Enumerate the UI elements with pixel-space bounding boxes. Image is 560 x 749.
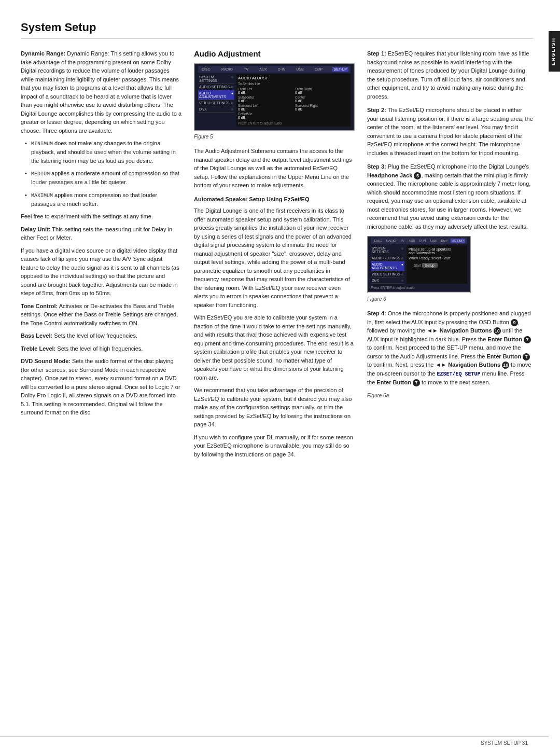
enter-button-icon3: 7 xyxy=(413,379,420,386)
page-number: SYSTEM SETUP 31 xyxy=(481,740,528,746)
menu-tabs-fig6: DISC RADIO TV AUX D-IN USB DMP SET-UP xyxy=(371,238,467,244)
nav-buttons-icon1: 10 xyxy=(494,327,501,335)
tab-din: D-IN xyxy=(276,67,287,72)
step1-label: Step 1: xyxy=(367,50,386,57)
page-title: System Setup xyxy=(21,21,533,39)
nav-buttons-label1: ◄► Navigation Buttons xyxy=(427,327,492,334)
dynamic-range-para: Dynamic Range: Dynamic Range: This setti… xyxy=(21,49,181,135)
dynamic-range-text: Dynamic Range: This setting allows you t… xyxy=(21,50,181,134)
nav-buttons-label2: ◄► Navigation Buttons xyxy=(435,362,500,368)
nav-buttons-icon2: 10 xyxy=(502,362,509,369)
option-medium: MEDIUM applies a moderate amount of comp… xyxy=(25,169,181,187)
field-front-left: Front Left0 dB xyxy=(238,87,292,94)
minimum-label: MINIMUM xyxy=(31,141,53,147)
f6-item-audio: AUDIO SETTINGS○ xyxy=(371,255,404,261)
tab-tv: TV xyxy=(242,67,250,72)
treble-level-para: Treble Level: Sets the level of high fre… xyxy=(21,344,181,353)
figure6a-caption: Figure 6a xyxy=(367,392,533,399)
auto-speaker-body: The Digital Lounge is one of the first r… xyxy=(194,206,355,309)
dynamic-range-label: Dynamic Range: xyxy=(21,50,65,57)
maximum-label: MAXIMUM xyxy=(31,193,53,199)
audio-adjustment-heading: Audio Adjustment xyxy=(194,49,355,58)
step1-para: Step 1: EzSet/EQ requires that your list… xyxy=(367,49,533,101)
fig6-start-button[interactable]: Setup xyxy=(422,263,438,268)
field-surround-right: Surround Right0 dB xyxy=(295,104,349,111)
menu-right-fig5: AUDIO ADJUST To Set this title Front Lef… xyxy=(236,74,351,127)
menu-screenshot-fig6: DISC RADIO TV AUX D-IN USB DMP SET-UP xyxy=(368,236,470,292)
option-minimum: MINIMUM does not make any changes to the… xyxy=(25,139,181,165)
menu-body-fig5: SYSTEM SETTINGS○ AUDIO SETTINGS○ AUDIO A… xyxy=(198,74,351,127)
menu-left-fig5: SYSTEM SETTINGS○ AUDIO SETTINGS○ AUDIO A… xyxy=(198,74,234,127)
osd-button-icon: 9 xyxy=(511,319,518,326)
menu-right-fig6: Please set up all speakersand Subwoofers… xyxy=(407,245,467,284)
field-subwoofer: Subwoofer0 dB xyxy=(238,95,292,103)
menu-right-fields: Front Left0 dB Subwoofer0 dB Surround Le… xyxy=(238,87,349,119)
tab-radio: RADIO xyxy=(220,67,234,72)
av-sync-para: If you have a digital video source or a … xyxy=(21,246,181,298)
feel-free-para: Feel free to experiment with the setting… xyxy=(21,212,181,221)
f6-tab-dmp: DMP xyxy=(440,239,450,243)
medium-label: MEDIUM xyxy=(31,171,50,177)
options-list: MINIMUM does not make any changes to the… xyxy=(25,139,181,208)
step2-label: Step 2: xyxy=(367,107,386,113)
right-column: Step 1: EzSet/EQ requires that your list… xyxy=(367,49,533,463)
menu-item-system: SYSTEM SETTINGS○ xyxy=(198,74,234,84)
figure5-image: DISC RADIO TV AUX D-IN USB DMP SET-UP SY… xyxy=(194,63,355,131)
figure6-image: DISC RADIO TV AUX D-IN USB DMP SET-UP xyxy=(367,236,471,293)
f6-tab-usb: USB xyxy=(429,239,438,243)
menu-tabs-fig5: DISC RADIO TV AUX D-IN USB DMP SET-UP xyxy=(198,66,351,73)
step3-para: Step 3: Plug the EzSet/EQ microphone int… xyxy=(367,162,533,231)
menu-item-divx: DivX○ xyxy=(198,106,234,113)
dvd-sound-mode-para: DVD Sound Mode: Sets the audio format of… xyxy=(21,357,181,417)
recommend-para: We recommend that you take advantage of … xyxy=(194,386,355,429)
dvd-sound-mode-label: DVD Sound Mode: xyxy=(21,358,71,364)
fig6-start-area: Start Setup xyxy=(414,262,465,268)
fig6-start-label: Start xyxy=(414,263,421,267)
enter-button-label3: Enter Button xyxy=(376,379,411,385)
bass-level-label: Bass Level: xyxy=(21,332,52,339)
menu-right-subtitle: To Set this title xyxy=(238,82,349,86)
side-language-tab: ENGLISH xyxy=(549,31,560,72)
tone-control-para: Tone Control: Activates or De-activates … xyxy=(21,302,181,328)
f6-tab-tv: TV xyxy=(399,239,406,243)
enter-button-label2: Enter Button xyxy=(487,353,522,359)
menu-item-audio: AUDIO SETTINGS○ xyxy=(198,84,234,90)
figure6-caption: Figure 6 xyxy=(367,295,533,303)
step4-para: Step 4: Once the microphone is properly … xyxy=(367,309,533,386)
delay-unit-para: Delay Unit: This setting sets the measur… xyxy=(21,225,181,242)
f6-item-video: VIDEO SETTINGS○ xyxy=(371,271,404,278)
treble-level-label: Treble Level: xyxy=(21,345,55,352)
headphone-jack-icon: 5 xyxy=(414,172,421,179)
f6-tab-aux: AUX xyxy=(407,239,416,243)
menu-item-audio-adj: AUDIO ADJUSTMENTS● xyxy=(198,90,234,100)
tab-setup: SET-UP xyxy=(332,67,348,72)
field-front-right: Front Right0 dB xyxy=(295,87,349,94)
bottom-bar: SYSTEM SETUP 31 xyxy=(0,737,549,749)
enter-button-icon1: 7 xyxy=(524,336,531,343)
side-language-label: ENGLISH xyxy=(551,37,556,65)
menu-item-video: VIDEO SETTINGS○ xyxy=(198,100,234,106)
ezset-para2: With EzSet/EQ you are able to calibrate … xyxy=(194,313,355,382)
f6-item-system: SYSTEM SETTINGS○ xyxy=(371,245,404,255)
tab-aux: AUX xyxy=(258,67,268,72)
f6-tab-din: D-IN xyxy=(418,239,427,243)
tab-dmp: DMP xyxy=(313,67,325,72)
col-right-fields: Front Right0 dB Center0 dB Surround Righ… xyxy=(295,87,349,119)
menu-left-fig6: SYSTEM SETTINGS○ AUDIO SETTINGS○ AUDIO A… xyxy=(371,245,404,284)
manual-para: If you wish to configure your DL manuall… xyxy=(194,433,355,459)
tab-usb: USB xyxy=(295,67,305,72)
steps-section: Step 1: EzSet/EQ requires that your list… xyxy=(367,49,533,399)
field-center: Center0 dB xyxy=(295,95,349,103)
figure5-caption: Figure 5 xyxy=(194,133,355,141)
f6-tab-radio: RADIO xyxy=(385,239,398,243)
ezset-code: EZSET/EQ SETUP xyxy=(437,371,481,377)
left-column: Dynamic Range: Dynamic Range: This setti… xyxy=(21,49,181,463)
menu-right-title-fig5: AUDIO ADJUST xyxy=(238,76,349,80)
step2-para: Step 2: The EzSet/EQ microphone should b… xyxy=(367,106,533,157)
menu-screenshot-fig5: DISC RADIO TV AUX D-IN USB DMP SET-UP SY… xyxy=(194,63,354,131)
center-column: Audio Adjustment DISC RADIO TV AUX D-IN … xyxy=(194,49,355,463)
f6-item-divx: DivX○ xyxy=(371,278,404,284)
step4-label: Step 4: xyxy=(367,310,386,316)
f6-tab-setup: SET-UP xyxy=(451,239,465,243)
auto-speaker-heading: Automated Speaker Setup Using EzSet/EQ xyxy=(194,195,355,204)
